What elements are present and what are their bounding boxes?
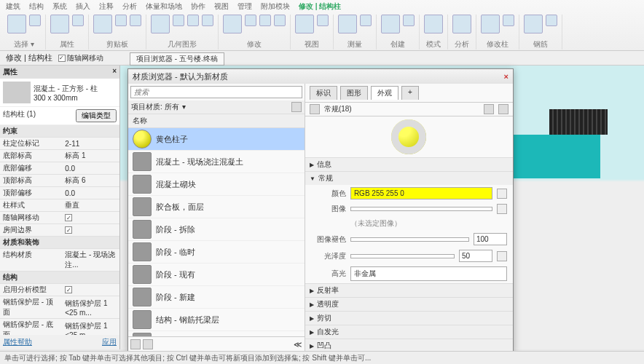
section-透明度[interactable]: ▶透明度 xyxy=(305,298,513,311)
ribbon-button[interactable] xyxy=(151,15,170,33)
close-icon[interactable]: × xyxy=(504,72,508,81)
ribbon-tab[interactable]: 结构 xyxy=(29,1,44,12)
duplicate-asset-icon[interactable] xyxy=(498,104,508,114)
prop-section-header[interactable]: 材质和装饰 xyxy=(0,237,119,249)
color-picker-icon[interactable] xyxy=(497,189,507,199)
material-list-item[interactable]: 阶段 - 现有 xyxy=(128,264,305,286)
ribbon-button[interactable] xyxy=(503,15,514,26)
instance-selector[interactable]: 结构柱 (1) xyxy=(3,109,36,122)
asset-icon[interactable] xyxy=(310,104,320,114)
type-head[interactable]: 混凝土 - 正方形 - 柱 300 x 300mm xyxy=(0,79,119,106)
ribbon-button[interactable] xyxy=(381,15,400,33)
prop-section-header[interactable]: 约束 xyxy=(0,125,119,138)
ribbon-tab[interactable]: 体量和场地 xyxy=(146,1,182,12)
add-icon[interactable] xyxy=(143,339,153,349)
color-value[interactable]: RGB 255 255 0 xyxy=(350,187,492,199)
section-regular[interactable]: 常规 xyxy=(318,173,333,183)
prop-row[interactable]: 柱样式垂直 xyxy=(0,199,119,212)
section-info[interactable]: 信息 xyxy=(317,159,331,170)
ribbon-button[interactable] xyxy=(29,15,41,26)
library-icon[interactable] xyxy=(130,339,141,349)
material-list-item[interactable]: 阶段 - 临时 xyxy=(128,241,305,264)
editor-tab[interactable]: + xyxy=(401,86,419,100)
material-list-item[interactable]: 阶段 - 拆除 xyxy=(128,218,305,241)
prop-row[interactable]: 房间边界✓ xyxy=(0,224,119,237)
ribbon-button[interactable] xyxy=(173,15,184,26)
editor-tab[interactable]: 图形 xyxy=(340,86,368,100)
ribbon-tab[interactable]: 修改 | 结构柱 xyxy=(299,1,341,12)
ribbon-tab[interactable]: 注释 xyxy=(99,1,114,12)
material-list-item[interactable]: 黄色柱子 xyxy=(128,128,305,151)
prop-row[interactable]: 底部偏移0.0 xyxy=(0,162,119,175)
material-list-item[interactable]: 混凝土 - 现场浇注混凝土 xyxy=(128,151,305,173)
fade-slider[interactable] xyxy=(350,237,469,242)
prop-row[interactable]: 钢筋保护层 - 顶面钢筋保护层 1 <25 m... xyxy=(0,296,119,319)
material-list-item[interactable]: 结构 - 钢筋托梁层 xyxy=(128,309,305,331)
prop-row[interactable]: 随轴网移动✓ xyxy=(0,212,119,224)
section-反射率[interactable]: ▶反射率 xyxy=(305,284,513,297)
ribbon-tab[interactable]: 建筑 xyxy=(6,1,20,12)
edit-type-button[interactable]: 编辑类型 xyxy=(76,109,117,122)
material-list-item[interactable]: 胶合板，面层 xyxy=(128,196,305,218)
ribbon-button[interactable] xyxy=(524,15,543,33)
ribbon-tab[interactable]: 视图 xyxy=(214,1,229,12)
view-mode-icon[interactable] xyxy=(291,102,302,112)
ribbon-button[interactable] xyxy=(130,15,141,26)
filter-dropdown[interactable]: 项目材质: 所有▾ xyxy=(131,102,186,112)
prop-row[interactable]: 启用分析模型✓ xyxy=(0,284,119,296)
properties-apply-button[interactable]: 应用 xyxy=(102,337,117,347)
material-list-item[interactable]: 结构 - 木托梁/椽层 xyxy=(128,331,305,336)
properties-help-link[interactable]: 属性帮助 xyxy=(3,337,32,347)
ribbon-button[interactable] xyxy=(72,15,84,26)
ribbon-tab[interactable]: 管理 xyxy=(237,1,252,12)
ribbon-button[interactable] xyxy=(360,15,372,26)
prop-row[interactable]: 钢筋保护层 - 底面钢筋保护层 1 <25 m... xyxy=(0,319,119,335)
dialog-titlebar[interactable]: 材质浏览器 - 默认为新材质 × xyxy=(128,69,513,84)
ribbon-button[interactable] xyxy=(274,15,286,26)
ribbon-button[interactable] xyxy=(50,15,69,33)
editor-tab[interactable]: 外观 xyxy=(371,86,398,100)
image-picker-icon[interactable] xyxy=(497,204,507,214)
ribbon-tab[interactable]: 插入 xyxy=(76,1,90,12)
close-icon[interactable]: × xyxy=(112,67,117,77)
prop-section-header[interactable]: 结构 xyxy=(0,272,119,284)
ribbon-button[interactable] xyxy=(403,15,415,26)
ribbon-button[interactable] xyxy=(115,15,127,26)
gloss-map-icon[interactable] xyxy=(497,251,507,261)
ribbon-tab[interactable]: 分析 xyxy=(122,1,137,12)
image-value[interactable] xyxy=(350,207,492,211)
section-自发光[interactable]: ▶自发光 xyxy=(305,325,513,339)
section-剪切[interactable]: ▶剪切 xyxy=(305,312,513,325)
ribbon-tab[interactable]: 附加模块 xyxy=(261,1,290,12)
search-input[interactable] xyxy=(130,86,302,98)
prop-row[interactable]: 结构材质混凝土 - 现场浇注... xyxy=(0,249,119,272)
ribbon-button[interactable] xyxy=(187,15,199,26)
prop-row[interactable]: 顶部标高标高 6 xyxy=(0,175,119,187)
gloss-value[interactable]: 50 xyxy=(459,250,492,262)
ribbon-button[interactable] xyxy=(546,15,557,26)
document-tab[interactable]: 项目浏览器 - 五号楼.终稿 xyxy=(130,52,224,66)
move-with-grid-check[interactable]: ✓ 随轴网移动 xyxy=(58,53,103,63)
ribbon-button[interactable] xyxy=(202,15,213,26)
fade-value[interactable]: 100 xyxy=(474,233,507,245)
highlight-value[interactable]: 非金属 xyxy=(350,266,507,281)
ribbon-button[interactable] xyxy=(7,15,26,33)
ribbon-button[interactable] xyxy=(452,15,471,33)
ribbon-button[interactable] xyxy=(223,15,242,33)
ribbon-button[interactable] xyxy=(259,15,271,26)
ribbon-button[interactable] xyxy=(245,15,256,26)
editor-tab[interactable]: 标识 xyxy=(310,86,337,100)
ribbon-tab[interactable]: 协作 xyxy=(191,1,205,12)
ribbon-tab[interactable]: 系统 xyxy=(52,1,67,12)
ribbon-button[interactable] xyxy=(317,15,329,26)
ribbon-button[interactable] xyxy=(93,15,112,33)
ribbon-button[interactable] xyxy=(481,15,500,33)
material-list-item[interactable]: 混凝土砌块 xyxy=(128,173,305,196)
ribbon-button[interactable] xyxy=(424,15,443,33)
prop-row[interactable]: 柱定位标记2-11 xyxy=(0,138,119,150)
material-list-item[interactable]: 阶段 - 新建 xyxy=(128,286,305,309)
prop-row[interactable]: 顶部偏移0.0 xyxy=(0,187,119,199)
gloss-slider[interactable] xyxy=(350,254,455,258)
prop-row[interactable]: 底部标高标高 1 xyxy=(0,150,119,162)
ribbon-button[interactable] xyxy=(338,15,357,33)
